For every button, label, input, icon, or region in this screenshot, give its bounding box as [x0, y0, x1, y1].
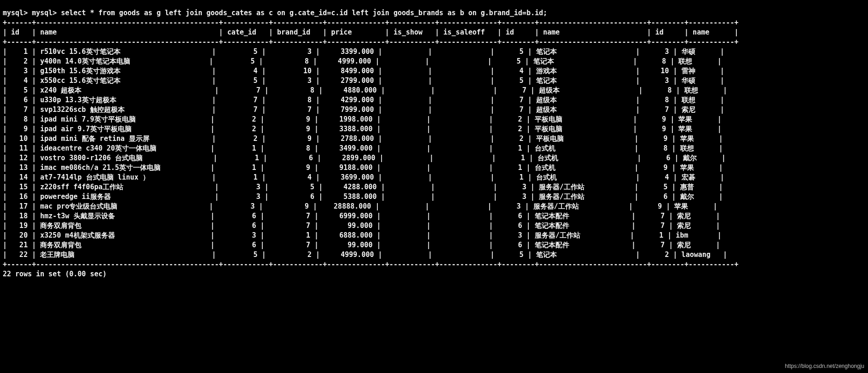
result-footer: 22 rows in set (0.00 sec): [3, 270, 107, 278]
mysql-terminal[interactable]: mysql> mysql> select * from goods as g l…: [0, 0, 868, 284]
sql-prompt-line: mysql> mysql> select * from goods as g l…: [3, 9, 547, 17]
table-border-top: +------+--------------------------------…: [3, 18, 738, 27]
table-border-bottom: +------+--------------------------------…: [3, 260, 738, 268]
table-border-mid: +------+--------------------------------…: [3, 38, 738, 46]
table-body: | 1 | r510vc 15.6英寸笔记本 | 5 | 3 | 3399.00…: [3, 47, 727, 259]
table-header-line: | id | name | cate_id | brand_id | price…: [3, 28, 738, 36]
